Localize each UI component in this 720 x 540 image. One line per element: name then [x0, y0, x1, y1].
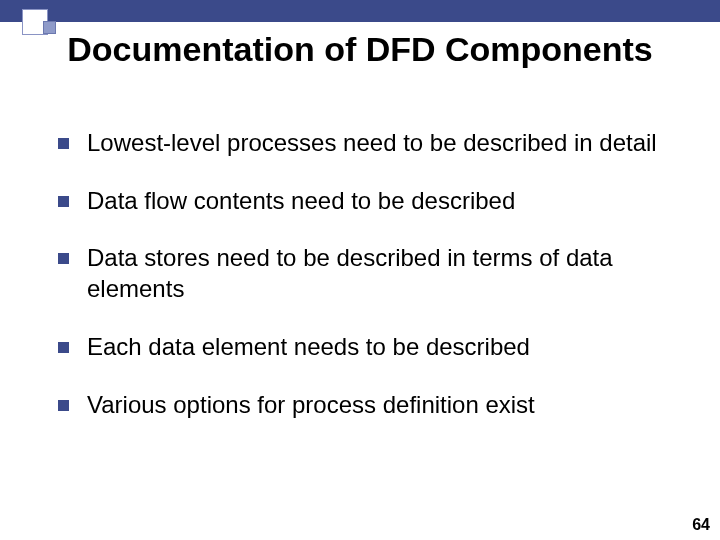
bullet-icon [58, 342, 69, 353]
slide-content: Lowest-level processes need to be descri… [58, 128, 668, 447]
bullet-icon [58, 196, 69, 207]
header-bar [0, 0, 720, 22]
bullet-icon [58, 138, 69, 149]
list-item: Data stores need to be described in term… [58, 243, 668, 304]
bullet-text: Lowest-level processes need to be descri… [87, 128, 657, 159]
page-number: 64 [692, 516, 710, 534]
bullet-text: Each data element needs to be described [87, 332, 530, 363]
slide-title: Documentation of DFD Components [0, 30, 720, 69]
list-item: Data flow contents need to be described [58, 186, 668, 217]
list-item: Each data element needs to be described [58, 332, 668, 363]
bullet-icon [58, 253, 69, 264]
bullet-text: Data stores need to be described in term… [87, 243, 668, 304]
list-item: Various options for process definition e… [58, 390, 668, 421]
bullet-icon [58, 400, 69, 411]
bullet-text: Data flow contents need to be described [87, 186, 515, 217]
bullet-text: Various options for process definition e… [87, 390, 535, 421]
list-item: Lowest-level processes need to be descri… [58, 128, 668, 159]
